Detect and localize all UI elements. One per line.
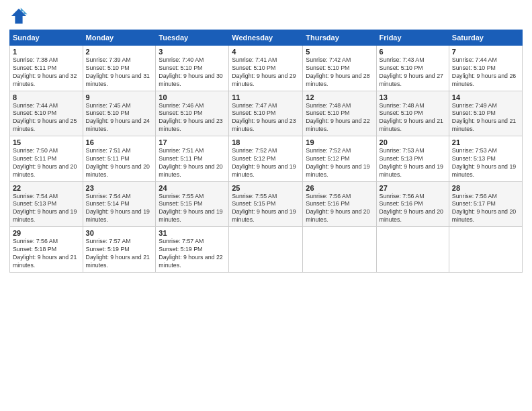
calendar-cell: 7Sunrise: 7:44 AM Sunset: 5:10 PM Daylig…: [449, 46, 522, 91]
day-info: Sunrise: 7:53 AM Sunset: 5:13 PM Dayligh…: [380, 147, 446, 179]
day-number: 3: [159, 48, 226, 56]
calendar-cell: 22Sunrise: 7:54 AM Sunset: 5:13 PM Dayli…: [10, 181, 83, 227]
day-number: 4: [232, 48, 300, 56]
day-info: Sunrise: 7:57 AM Sunset: 5:19 PM Dayligh…: [86, 238, 153, 270]
header: [9, 7, 523, 26]
day-info: Sunrise: 7:52 AM Sunset: 5:12 PM Dayligh…: [306, 147, 373, 179]
day-info: Sunrise: 7:39 AM Sunset: 5:10 PM Dayligh…: [86, 56, 153, 89]
day-info: Sunrise: 7:53 AM Sunset: 5:13 PM Dayligh…: [452, 147, 519, 179]
day-number: 10: [159, 93, 226, 101]
calendar-cell: 1Sunrise: 7:38 AM Sunset: 5:11 PM Daylig…: [10, 46, 83, 91]
calendar-cell: 8Sunrise: 7:44 AM Sunset: 5:10 PM Daylig…: [10, 91, 83, 136]
calendar-cell: 3Sunrise: 7:40 AM Sunset: 5:10 PM Daylig…: [156, 46, 229, 91]
day-info: Sunrise: 7:50 AM Sunset: 5:11 PM Dayligh…: [13, 147, 80, 179]
day-number: 21: [452, 138, 519, 146]
calendar-week-row: 29Sunrise: 7:56 AM Sunset: 5:18 PM Dayli…: [10, 227, 523, 273]
day-info: Sunrise: 7:56 AM Sunset: 5:18 PM Dayligh…: [13, 238, 80, 270]
weekday-header: Sunday: [10, 30, 83, 46]
day-number: 24: [159, 184, 226, 192]
day-number: 28: [452, 184, 519, 192]
calendar-cell: 14Sunrise: 7:49 AM Sunset: 5:10 PM Dayli…: [449, 91, 522, 136]
calendar-cell: 29Sunrise: 7:56 AM Sunset: 5:18 PM Dayli…: [10, 227, 83, 273]
day-info: Sunrise: 7:45 AM Sunset: 5:10 PM Dayligh…: [86, 102, 153, 134]
calendar-cell: 25Sunrise: 7:55 AM Sunset: 5:15 PM Dayli…: [229, 181, 303, 227]
calendar-week-row: 22Sunrise: 7:54 AM Sunset: 5:13 PM Dayli…: [10, 181, 523, 227]
calendar-cell: 5Sunrise: 7:42 AM Sunset: 5:10 PM Daylig…: [303, 46, 376, 91]
calendar-cell: [303, 227, 376, 273]
page: SundayMondayTuesdayWednesdayThursdayFrid…: [0, 0, 532, 411]
calendar-cell: 13Sunrise: 7:48 AM Sunset: 5:10 PM Dayli…: [376, 91, 449, 136]
calendar-cell: 30Sunrise: 7:57 AM Sunset: 5:19 PM Dayli…: [83, 227, 156, 273]
day-info: Sunrise: 7:48 AM Sunset: 5:10 PM Dayligh…: [380, 102, 446, 134]
day-info: Sunrise: 7:46 AM Sunset: 5:10 PM Dayligh…: [159, 102, 226, 134]
day-number: 22: [13, 184, 80, 192]
calendar-cell: 6Sunrise: 7:43 AM Sunset: 5:10 PM Daylig…: [376, 46, 449, 91]
day-number: 27: [380, 184, 446, 192]
day-info: Sunrise: 7:49 AM Sunset: 5:10 PM Dayligh…: [452, 102, 519, 134]
day-info: Sunrise: 7:56 AM Sunset: 5:16 PM Dayligh…: [306, 193, 373, 225]
calendar-cell: 26Sunrise: 7:56 AM Sunset: 5:16 PM Dayli…: [303, 181, 376, 227]
day-number: 20: [380, 138, 446, 146]
day-info: Sunrise: 7:44 AM Sunset: 5:10 PM Dayligh…: [452, 56, 519, 89]
day-number: 16: [86, 138, 153, 146]
day-number: 15: [13, 138, 80, 146]
weekday-header: Monday: [83, 30, 156, 46]
day-info: Sunrise: 7:55 AM Sunset: 5:15 PM Dayligh…: [232, 193, 300, 225]
day-number: 6: [380, 48, 446, 56]
day-info: Sunrise: 7:54 AM Sunset: 5:14 PM Dayligh…: [86, 193, 153, 225]
day-info: Sunrise: 7:56 AM Sunset: 5:17 PM Dayligh…: [452, 193, 519, 225]
day-number: 7: [452, 48, 519, 56]
calendar-cell: 23Sunrise: 7:54 AM Sunset: 5:14 PM Dayli…: [83, 181, 156, 227]
day-number: 31: [159, 229, 226, 237]
day-info: Sunrise: 7:47 AM Sunset: 5:10 PM Dayligh…: [232, 102, 300, 134]
day-info: Sunrise: 7:51 AM Sunset: 5:11 PM Dayligh…: [86, 147, 153, 179]
weekday-header: Thursday: [303, 30, 376, 46]
day-number: 2: [86, 48, 153, 56]
calendar-cell: 4Sunrise: 7:41 AM Sunset: 5:10 PM Daylig…: [229, 46, 303, 91]
day-number: 9: [86, 93, 153, 101]
svg-marker-0: [11, 9, 26, 24]
calendar-cell: 11Sunrise: 7:47 AM Sunset: 5:10 PM Dayli…: [229, 91, 303, 136]
day-number: 26: [306, 184, 373, 192]
day-number: 11: [232, 93, 300, 101]
calendar-cell: 2Sunrise: 7:39 AM Sunset: 5:10 PM Daylig…: [83, 46, 156, 91]
day-info: Sunrise: 7:57 AM Sunset: 5:19 PM Dayligh…: [159, 238, 226, 270]
weekday-row: SundayMondayTuesdayWednesdayThursdayFrid…: [10, 30, 523, 46]
day-info: Sunrise: 7:40 AM Sunset: 5:10 PM Dayligh…: [159, 56, 226, 89]
day-info: Sunrise: 7:56 AM Sunset: 5:16 PM Dayligh…: [380, 193, 446, 225]
day-number: 23: [86, 184, 153, 192]
day-info: Sunrise: 7:44 AM Sunset: 5:10 PM Dayligh…: [13, 102, 80, 134]
calendar-cell: 31Sunrise: 7:57 AM Sunset: 5:19 PM Dayli…: [156, 227, 229, 273]
calendar-cell: 24Sunrise: 7:55 AM Sunset: 5:15 PM Dayli…: [156, 181, 229, 227]
logo-icon: [9, 7, 28, 26]
calendar: SundayMondayTuesdayWednesdayThursdayFrid…: [9, 30, 523, 273]
day-number: 13: [380, 93, 446, 101]
day-info: Sunrise: 7:42 AM Sunset: 5:10 PM Dayligh…: [306, 56, 373, 89]
calendar-cell: 9Sunrise: 7:45 AM Sunset: 5:10 PM Daylig…: [83, 91, 156, 136]
day-info: Sunrise: 7:48 AM Sunset: 5:10 PM Dayligh…: [306, 102, 373, 134]
day-number: 1: [13, 48, 80, 56]
calendar-cell: 17Sunrise: 7:51 AM Sunset: 5:11 PM Dayli…: [156, 136, 229, 182]
calendar-cell: 27Sunrise: 7:56 AM Sunset: 5:16 PM Dayli…: [376, 181, 449, 227]
calendar-week-row: 8Sunrise: 7:44 AM Sunset: 5:10 PM Daylig…: [10, 91, 523, 136]
calendar-body: 1Sunrise: 7:38 AM Sunset: 5:11 PM Daylig…: [10, 46, 523, 273]
calendar-cell: [229, 227, 303, 273]
calendar-cell: [376, 227, 449, 273]
logo: [9, 7, 30, 26]
day-info: Sunrise: 7:54 AM Sunset: 5:13 PM Dayligh…: [13, 193, 80, 225]
day-number: 14: [452, 93, 519, 101]
calendar-cell: 18Sunrise: 7:52 AM Sunset: 5:12 PM Dayli…: [229, 136, 303, 182]
day-number: 8: [13, 93, 80, 101]
day-info: Sunrise: 7:52 AM Sunset: 5:12 PM Dayligh…: [232, 147, 300, 179]
weekday-header: Tuesday: [156, 30, 229, 46]
weekday-header: Friday: [376, 30, 449, 46]
calendar-header: SundayMondayTuesdayWednesdayThursdayFrid…: [10, 30, 523, 46]
calendar-cell: 15Sunrise: 7:50 AM Sunset: 5:11 PM Dayli…: [10, 136, 83, 182]
calendar-cell: [449, 227, 522, 273]
calendar-cell: 19Sunrise: 7:52 AM Sunset: 5:12 PM Dayli…: [303, 136, 376, 182]
day-number: 18: [232, 138, 300, 146]
day-number: 17: [159, 138, 226, 146]
calendar-cell: 21Sunrise: 7:53 AM Sunset: 5:13 PM Dayli…: [449, 136, 522, 182]
day-number: 30: [86, 229, 153, 237]
day-number: 12: [306, 93, 373, 101]
